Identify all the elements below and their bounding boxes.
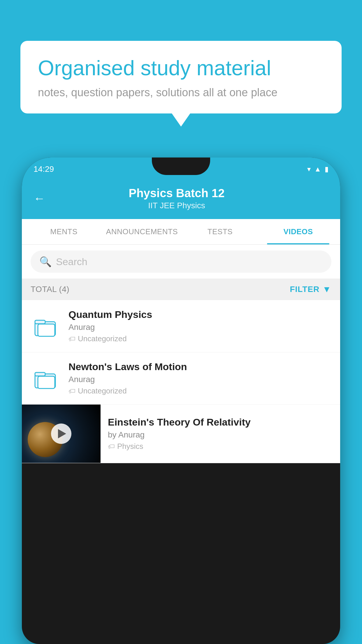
tab-tests[interactable]: TESTS — [181, 219, 259, 244]
video-author-1: Anurag — [68, 323, 331, 332]
search-container: 🔍 Search — [22, 245, 340, 279]
total-count: TOTAL (4) — [31, 285, 69, 294]
folder-icon — [34, 314, 57, 338]
speech-bubble: Organised study material notes, question… — [20, 41, 342, 113]
filter-button[interactable]: FILTER ▼ — [290, 284, 331, 294]
status-icons: ▾ ▲ ▮ — [307, 165, 328, 173]
video-author-3: by Anurag — [108, 430, 333, 440]
tab-ments[interactable]: MENTS — [25, 219, 103, 244]
tag-icon-3: 🏷 — [108, 442, 115, 451]
search-input[interactable]: Search — [56, 256, 87, 267]
search-bar[interactable]: 🔍 Search — [31, 251, 331, 273]
video-tag-2: 🏷 Uncategorized — [68, 386, 331, 396]
header-title: Physics Batch 12 — [54, 187, 299, 200]
play-triangle-icon — [58, 429, 66, 438]
folder-icon-wrap — [31, 314, 60, 338]
header-title-block: Physics Batch 12 IIT JEE Physics — [54, 187, 299, 210]
status-bar: 14:29 ▾ ▲ ▮ — [22, 158, 340, 181]
header-subtitle: IIT JEE Physics — [54, 201, 299, 210]
signal-icon: ▲ — [314, 165, 321, 173]
content-area: Quantum Physics Anurag 🏷 Uncategorized N… — [22, 300, 340, 463]
play-button[interactable] — [51, 424, 71, 444]
video-tag-1: 🏷 Uncategorized — [68, 334, 331, 343]
folder-icon-wrap-2 — [31, 367, 60, 390]
svg-rect-5 — [38, 376, 55, 388]
back-button[interactable]: ← — [34, 192, 45, 205]
phone-frame: 14:29 ▾ ▲ ▮ ← Physics Batch 12 IIT JEE P… — [22, 158, 340, 644]
video-info-1: Quantum Physics Anurag 🏷 Uncategorized — [68, 309, 331, 343]
svg-rect-1 — [35, 320, 45, 324]
status-time: 14:29 — [34, 164, 54, 174]
video-info-2: Newton's Laws of Motion Anurag 🏷 Uncateg… — [68, 361, 331, 396]
list-item[interactable]: Einstein's Theory Of Relativity by Anura… — [22, 405, 340, 463]
video-thumbnail — [22, 405, 101, 463]
filter-label: FILTER — [290, 285, 319, 294]
thumb-background — [22, 405, 101, 463]
tag-label-3: Physics — [117, 442, 143, 451]
app-header: ← Physics Batch 12 IIT JEE Physics — [22, 181, 340, 219]
list-item[interactable]: Quantum Physics Anurag 🏷 Uncategorized — [22, 300, 340, 352]
video-title-2: Newton's Laws of Motion — [68, 361, 331, 372]
tag-label-1: Uncategorized — [78, 334, 127, 343]
filter-bar: TOTAL (4) FILTER ▼ — [22, 279, 340, 300]
bubble-title: Organised study material — [38, 55, 324, 80]
bubble-subtitle: notes, question papers, solutions all at… — [38, 86, 324, 99]
video-title-3: Einstein's Theory Of Relativity — [108, 416, 333, 428]
folder-icon-2 — [34, 367, 57, 390]
tab-videos[interactable]: VIDEOS — [259, 219, 337, 244]
battery-icon: ▮ — [325, 165, 328, 173]
wifi-icon: ▾ — [307, 165, 311, 173]
tab-bar: MENTS ANNOUNCEMENTS TESTS VIDEOS — [22, 219, 340, 245]
tag-label-2: Uncategorized — [78, 386, 127, 396]
svg-rect-2 — [38, 324, 55, 336]
svg-rect-4 — [35, 372, 45, 376]
video-tag-3: 🏷 Physics — [108, 442, 333, 451]
list-item[interactable]: Newton's Laws of Motion Anurag 🏷 Uncateg… — [22, 352, 340, 405]
search-icon: 🔍 — [39, 256, 52, 267]
video-author-2: Anurag — [68, 375, 331, 384]
video-info-3: Einstein's Theory Of Relativity by Anura… — [101, 409, 340, 458]
filter-icon: ▼ — [322, 284, 331, 294]
tag-icon-1: 🏷 — [68, 335, 75, 343]
tag-icon-2: 🏷 — [68, 387, 75, 395]
tab-announcements[interactable]: ANNOUNCEMENTS — [103, 219, 181, 244]
video-title-1: Quantum Physics — [68, 309, 331, 320]
speech-bubble-container: Organised study material notes, question… — [20, 41, 342, 113]
